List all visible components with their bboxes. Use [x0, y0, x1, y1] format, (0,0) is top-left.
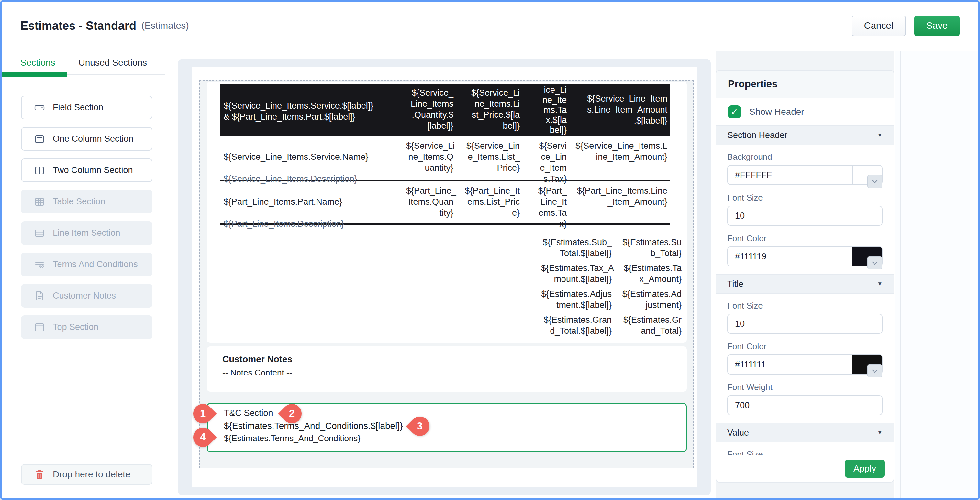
- table-row: ${Service_Line_Items.Service.Name} ${Ser…: [220, 136, 670, 180]
- customer-notes-content: -- Notes Content --: [222, 368, 687, 378]
- total-row-adjustment: ${Estimates.Adjus tment.$[label]} ${Esti…: [541, 289, 682, 311]
- check-icon: ✓: [731, 107, 738, 117]
- terms-icon: [34, 259, 45, 270]
- header-cell-amount: ${Service_Line_Item s.Line_Item_Amount .…: [567, 84, 670, 136]
- row-list-price: ${Service_Lin e_Items.List_ Price}: [453, 140, 520, 180]
- sidebar-item-label: Terms And Conditions: [53, 259, 138, 270]
- customer-notes-title: Customer Notes: [222, 354, 687, 365]
- template-editor-window: Estimates - Standard (Estimates) Cancel …: [0, 0, 980, 500]
- section-header-font-size-input[interactable]: [727, 206, 883, 226]
- active-tab-underline: [2, 73, 67, 77]
- font-weight-label: Font Weight: [727, 382, 883, 392]
- template-drop-area[interactable]: ${Service_Line_Items.Service.$[label]} &…: [199, 80, 694, 468]
- value-group-toggle[interactable]: Value ▼: [716, 423, 894, 443]
- header-cell-quantity: ${Service_ Line_Items .Quantity.$ [label…: [406, 84, 453, 136]
- delete-drop-zone[interactable]: Drop here to delete: [21, 464, 153, 485]
- font-color-dropdown-button[interactable]: [867, 365, 882, 378]
- line-item-icon: [34, 228, 45, 239]
- sidebar-tabs: Sections Unused Sections: [2, 51, 165, 75]
- sidebar-item-top-section: Top Section: [21, 315, 153, 339]
- table-row: ${Part_Line_Items.Part.Name} ${Part_Line…: [220, 180, 670, 225]
- line-items-table-section[interactable]: ${Service_Line_Items.Service.$[label]} &…: [207, 81, 687, 343]
- tnc-value-placeholder: ${Estimates.Terms_And_Conditions}: [224, 433, 686, 443]
- chevron-down-icon: ▼: [877, 430, 883, 436]
- title-group-toggle[interactable]: Title ▼: [716, 274, 894, 294]
- sidebar-item-label: Customer Notes: [53, 291, 116, 301]
- header-cell-tax: ice_Li ne_Ite ms.Ta x.$[la bel]}: [520, 84, 567, 136]
- section-header-group-body: Background Font Size: [716, 145, 894, 274]
- table-header-row: ${Service_Line_Items.Service.$[label]} &…: [220, 84, 670, 136]
- total-value: ${Estimates.Ad justment}: [617, 289, 682, 311]
- terms-and-conditions-section-selected[interactable]: T&C Section ${Estimates.Terms_And_Condit…: [207, 403, 687, 452]
- top-bar: Estimates - Standard (Estimates) Cancel …: [2, 2, 978, 51]
- sidebar-item-label: Table Section: [53, 197, 105, 207]
- apply-button[interactable]: Apply: [845, 460, 885, 478]
- one-column-icon: [34, 133, 45, 144]
- chevron-down-icon: ▼: [877, 281, 883, 287]
- chevron-down-icon: ▼: [877, 132, 883, 138]
- header-cell-item: ${Service_Line_Items.Service.$[label]} &…: [220, 84, 406, 136]
- top-bar-actions: Cancel Save: [851, 16, 959, 36]
- two-column-icon: [34, 165, 45, 176]
- show-header-checkbox[interactable]: ✓: [728, 105, 741, 118]
- properties-title: Properties: [716, 70, 894, 98]
- font-color-dropdown-button[interactable]: [867, 257, 882, 270]
- sidebar-item-customer-notes: Customer Notes: [21, 284, 153, 308]
- notes-icon: [34, 290, 45, 302]
- right-gutter: [895, 51, 978, 498]
- total-row-grand-total: ${Estimates.Gran d_Total.$[label]} ${Est…: [541, 314, 682, 337]
- total-label: ${Estimates.Adjus tment.$[label]}: [541, 289, 612, 311]
- trash-icon: [34, 469, 45, 480]
- page-subtitle: (Estimates): [142, 21, 189, 31]
- header-cell-list-price: ${Service_Li ne_Items.Li st_Price.$[la b…: [453, 84, 520, 136]
- section-list: Field Section One Column Section Two Col…: [21, 96, 152, 347]
- customer-notes-section[interactable]: Customer Notes -- Notes Content --: [207, 346, 687, 392]
- document-page: ${Service_Line_Items.Service.$[label]} &…: [192, 67, 697, 487]
- callout-pin-1: 1: [189, 400, 217, 427]
- top-section-icon: [34, 322, 45, 333]
- sections-sidebar: Sections Unused Sections Field Section O…: [2, 51, 165, 498]
- row-amount: ${Service_Line_Items.L ine_Item_Amount}: [567, 140, 670, 180]
- properties-column: Properties ✓ Show Header Section Header …: [716, 51, 894, 498]
- content-area: Sections Unused Sections Field Section O…: [2, 51, 978, 498]
- table-icon: [34, 196, 45, 207]
- row-tax: ${Part_ Line_It ems.Ta x}: [520, 185, 567, 224]
- callout-pin-4: 4: [189, 424, 217, 451]
- total-row-tax: ${Estimates.Tax_A mount.$[label]} ${Esti…: [541, 263, 682, 285]
- background-dropdown-button[interactable]: [867, 175, 882, 188]
- sidebar-item-field-section[interactable]: Field Section: [21, 96, 153, 119]
- row-tax: ${Servi ce_Lin e_Item s.Tax}: [520, 140, 567, 180]
- title-font-size-input[interactable]: [727, 314, 883, 334]
- save-button[interactable]: Save: [914, 16, 959, 36]
- sidebar-item-label: Two Column Section: [53, 165, 133, 175]
- section-header-group-toggle[interactable]: Section Header ▼: [716, 125, 894, 145]
- show-header-row: ✓ Show Header: [716, 98, 894, 125]
- tab-sections[interactable]: Sections: [21, 57, 55, 68]
- total-row-subtotal: ${Estimates.Sub_ Total.$[label]} ${Estim…: [541, 237, 682, 259]
- sidebar-item-table-section: Table Section: [21, 190, 153, 213]
- row-amount: ${Part_Line_Items.Line _Item_Amount}: [567, 185, 670, 224]
- font-color-label: Font Color: [727, 233, 883, 243]
- page-title: Estimates - Standard: [21, 19, 136, 33]
- total-value: ${Estimates.Su b_Total}: [617, 237, 682, 259]
- tab-unused-sections[interactable]: Unused Sections: [78, 57, 147, 68]
- properties-footer: Apply: [716, 455, 894, 482]
- row-name: ${Service_Line_Items.Service.Name}: [224, 151, 406, 162]
- font-size-label: Font Size: [727, 301, 883, 311]
- sidebar-item-one-column-section[interactable]: One Column Section: [21, 127, 153, 151]
- line-items-table: ${Service_Line_Items.Service.$[label]} &…: [220, 84, 670, 225]
- gutter-divider: [900, 51, 901, 498]
- row-quantity: ${Part_Line_ Items.Quan tity}: [406, 185, 453, 224]
- show-header-label: Show Header: [749, 107, 804, 117]
- sidebar-item-two-column-section[interactable]: Two Column Section: [21, 159, 153, 182]
- row-description: ${Part_Line_Items.Description}: [224, 218, 406, 229]
- row-quantity: ${Service_Li ne_Items.Q uantity}: [406, 140, 453, 180]
- title-font-weight-input[interactable]: [727, 395, 883, 415]
- sidebar-item-line-item-section: Line Item Section: [21, 221, 153, 245]
- title-group-body: Font Size Font Color: [716, 294, 894, 423]
- row-list-price: ${Part_Line_It ems.List_Pric e}: [453, 185, 520, 224]
- delete-drop-label: Drop here to delete: [53, 469, 130, 479]
- cancel-button[interactable]: Cancel: [851, 16, 906, 36]
- canvas-panel: ${Service_Line_Items.Service.$[label]} &…: [178, 59, 711, 495]
- row-description: ${Service_Line_Items.Description}: [224, 173, 406, 184]
